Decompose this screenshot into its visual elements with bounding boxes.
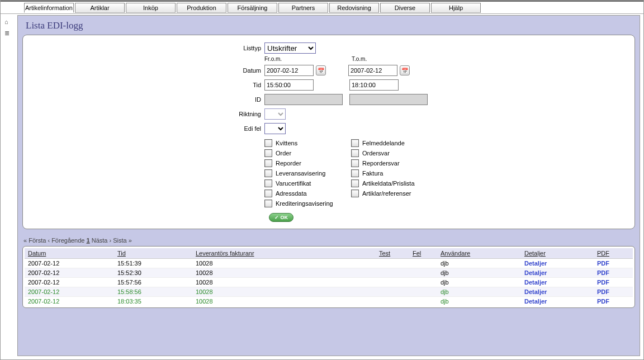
checkbox-icon[interactable]: [351, 159, 359, 167]
checkbox-faktura[interactable]: Faktura: [351, 169, 415, 177]
checkbox-icon[interactable]: [351, 169, 359, 177]
checkbox-label: Felmeddelande: [362, 140, 405, 146]
to-header: T.o.m.: [352, 56, 414, 62]
pdf-link[interactable]: PDF: [597, 298, 609, 305]
tid-label: Tid: [236, 82, 264, 88]
checkbox-order[interactable]: Order: [264, 149, 351, 157]
checkbox-label: Reporder: [276, 160, 301, 167]
tab-artikelinformation[interactable]: Artikelinformation: [24, 3, 74, 13]
checkbox-artiklar-referenser[interactable]: Artiklar/referenser: [351, 190, 415, 197]
calendar-icon[interactable]: 📅: [400, 65, 410, 75]
checkbox-felmeddelande[interactable]: Felmeddelande: [351, 139, 415, 147]
details-link[interactable]: Detaljer: [524, 298, 547, 305]
checkbox-icon[interactable]: [264, 179, 272, 187]
checkbox-icon[interactable]: [264, 169, 272, 177]
pager-next[interactable]: Nästa ›: [92, 237, 111, 244]
tab-försäljning[interactable]: Försäljning: [228, 3, 277, 13]
checkbox-label: Adressdata: [276, 190, 307, 197]
checkbox-icon[interactable]: [351, 190, 359, 197]
pdf-link[interactable]: PDF: [597, 288, 609, 295]
table-row: 2007-02-1215:51:3910028djbDetaljerPDF: [25, 259, 633, 268]
pdf-link[interactable]: PDF: [597, 269, 609, 276]
id-to-input[interactable]: [349, 94, 428, 105]
riktning-label: Riktning: [236, 111, 264, 117]
checkbox-icon[interactable]: [264, 149, 272, 157]
checkbox-varucertifikat[interactable]: Varucertifikat: [264, 179, 351, 187]
checkbox-kvittens[interactable]: Kvittens: [264, 139, 351, 147]
tab-partners[interactable]: Partners: [278, 3, 328, 13]
checkbox-reporder[interactable]: Reporder: [264, 159, 351, 167]
col-header[interactable]: Fel: [409, 248, 437, 259]
col-header[interactable]: Test: [376, 248, 409, 259]
checkbox-label: Artiklar/referenser: [362, 190, 411, 197]
table-row: 2007-02-1215:57:5610028djbDetaljerPDF: [25, 278, 633, 287]
col-header[interactable]: Användare: [437, 248, 521, 259]
checkbox-label: Krediteringsavisering: [276, 200, 333, 207]
col-header[interactable]: Tid: [114, 248, 192, 259]
checkbox-label: Varucertifikat: [276, 180, 311, 187]
calendar-icon[interactable]: 📅: [316, 65, 326, 75]
checkbox-icon[interactable]: [351, 179, 359, 187]
edifel-select[interactable]: [264, 123, 286, 134]
tab-produktion[interactable]: Produktion: [177, 3, 226, 13]
listtyp-select[interactable]: Utskrifter: [264, 42, 316, 54]
datum-from-input[interactable]: [264, 65, 314, 76]
id-from-input[interactable]: [264, 94, 343, 105]
checkbox-icon[interactable]: [351, 149, 359, 157]
home-icon[interactable]: ⌂: [4, 18, 13, 27]
details-link[interactable]: Detaljer: [524, 279, 547, 286]
pager-last[interactable]: Sista »: [113, 237, 132, 244]
details-link[interactable]: Detaljer: [524, 260, 547, 267]
id-label: ID: [236, 96, 264, 103]
checkbox-artikeldata-prislista[interactable]: Artikeldata/Prislista: [351, 179, 415, 187]
pager-first[interactable]: « Första: [23, 237, 46, 244]
checkbox-label: Faktura: [362, 170, 383, 177]
details-link[interactable]: Detaljer: [524, 269, 547, 276]
table-row: 2007-02-1218:03:3510028djbDetaljerPDF: [25, 297, 633, 306]
listtyp-label: Listtyp: [236, 45, 264, 51]
col-header[interactable]: Detaljer: [521, 248, 594, 259]
checkbox-icon[interactable]: [351, 139, 359, 147]
col-header[interactable]: PDF: [594, 248, 633, 259]
checkbox-icon[interactable]: [264, 139, 272, 147]
results-table: DatumTidLeverantörs fakturanrTestFelAnvä…: [25, 248, 633, 306]
ok-button[interactable]: ✓ OK: [269, 213, 293, 222]
checkbox-label: Ordersvar: [362, 150, 390, 157]
tab-artiklar[interactable]: Artiklar: [75, 3, 125, 13]
tid-to-input[interactable]: [349, 79, 399, 91]
riktning-select: [264, 108, 286, 120]
menu-icon[interactable]: ≣: [4, 30, 13, 39]
tid-from-input[interactable]: [264, 79, 314, 91]
checkbox-label: Order: [276, 150, 291, 157]
checkbox-adressdata[interactable]: Adressdata: [264, 190, 351, 197]
details-link[interactable]: Detaljer: [524, 288, 547, 295]
main-tabbar: ArtikelinformationArtiklarInköpProduktio…: [1, 2, 643, 14]
col-header[interactable]: Datum: [25, 248, 114, 259]
checkbox-label: Repordersvar: [362, 160, 400, 167]
tab-hjälp[interactable]: Hjälp: [431, 3, 481, 13]
col-header[interactable]: Leverantörs fakturanr: [192, 248, 376, 259]
checkbox-leveransavisering[interactable]: Leveransavisering: [264, 169, 351, 177]
checkbox-repordersvar[interactable]: Repordersvar: [351, 159, 415, 167]
checkbox-icon[interactable]: [264, 200, 272, 207]
pager-prev[interactable]: ‹ Föregående: [48, 237, 84, 244]
from-header: Fr.o.m.: [264, 56, 327, 62]
checkbox-krediteringsavisering[interactable]: Krediteringsavisering: [264, 200, 351, 207]
results-table-wrap: DatumTidLeverantörs fakturanrTestFelAnvä…: [22, 246, 635, 308]
checkbox-ordersvar[interactable]: Ordersvar: [351, 149, 415, 157]
tab-inköp[interactable]: Inköp: [126, 3, 176, 13]
table-row: 2007-02-1215:52:3010028djbDetaljerPDF: [25, 268, 633, 278]
tab-diverse[interactable]: Diverse: [380, 3, 430, 13]
edifel-label: Edi fel: [236, 125, 264, 132]
left-sidebar: ⌂ ≣: [2, 16, 16, 41]
checkbox-icon[interactable]: [264, 190, 272, 197]
pdf-link[interactable]: PDF: [597, 279, 609, 286]
pdf-link[interactable]: PDF: [597, 260, 609, 267]
checkbox-icon[interactable]: [264, 159, 272, 167]
checkbox-label: Leveransavisering: [276, 170, 325, 177]
page-title: Lista EDI-logg: [18, 16, 640, 35]
pager-current[interactable]: 1: [87, 237, 90, 244]
datum-to-input[interactable]: [348, 65, 397, 76]
tab-redovisning[interactable]: Redovisning: [329, 3, 379, 13]
table-row: 2007-02-1215:58:5610028djbDetaljerPDF: [25, 287, 633, 297]
